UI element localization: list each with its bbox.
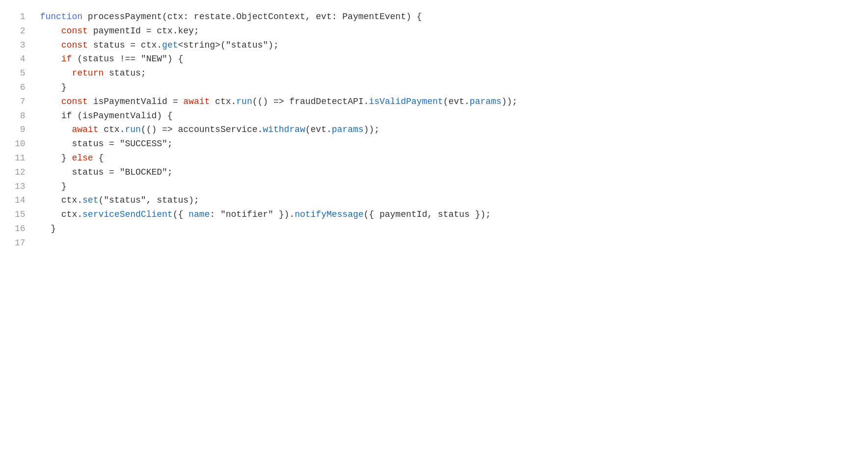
plain-token: if (isPaymentValid) { [40,111,173,121]
line-number: 16 [15,222,26,236]
plain-token: ctx. [40,195,82,205]
code-line: } else { [40,151,868,165]
keyword-red-token: return [40,68,109,78]
plain-token: paymentId = ctx.key; [93,26,199,36]
code-line: } [40,80,868,95]
plain-token: )); [501,97,517,106]
plain-token: (evt. [305,125,332,134]
line-number: 14 [15,193,26,208]
line-number: 13 [15,180,26,194]
plain-token: ("status", status); [98,195,199,205]
line-number: 4 [15,52,26,66]
plain-token: processPayment(ctx: restate.ObjectContex… [88,12,422,22]
plain-token: { [98,153,104,163]
plain-token: (status !== "NEW") { [77,54,183,64]
code-line: } [40,180,868,194]
code-line: if (isPaymentValid) { [40,109,868,123]
keyword-red-token: await [40,125,104,134]
code-line: const isPaymentValid = await ctx.run(() … [40,95,868,109]
method-token: params [470,97,502,106]
plain-token: status; [109,68,146,78]
method-token: notifyMessage [295,210,363,219]
method-token: run [125,125,140,134]
code-line: await ctx.run(() => accountsService.with… [40,123,868,137]
plain-token: status = ctx. [93,40,162,50]
plain-token: (() => fraudDetectAPI. [252,97,369,106]
code-line: status = "BLOCKED"; [40,165,868,180]
plain-token: } [40,182,67,191]
line-numbers: 1234567891011121314151617 [0,10,35,462]
keyword-red-token: const [40,97,93,106]
method-token: set [82,195,98,205]
keyword-red-token: if [40,54,78,64]
code-line: function processPayment(ctx: restate.Obj… [40,10,868,24]
plain-token: status = "SUCCESS"; [40,139,173,149]
line-number: 15 [15,208,26,222]
line-number: 6 [15,80,26,95]
plain-token: <string>("status"); [178,40,278,50]
plain-token: ctx. [215,97,236,106]
method-token: serviceSendClient [82,210,173,219]
method-token: get [162,40,178,50]
keyword-token: function [40,12,88,22]
plain-token: (evt. [443,97,470,106]
plain-token: ({ paymentId, status }); [364,210,491,219]
code-line: const status = ctx.get<string>("status")… [40,38,868,52]
keyword-red-token: const [40,26,93,36]
line-number: 12 [15,165,26,180]
plain-token: )); [364,125,380,134]
line-number: 11 [15,151,26,165]
code-line: ctx.serviceSendClient({ name: "notifier"… [40,208,868,222]
plain-token: } [40,224,56,234]
keyword-red-token: await [183,97,215,106]
line-number: 8 [15,109,26,123]
line-number: 17 [15,236,26,250]
line-number: 2 [15,24,26,38]
code-line: return status; [40,66,868,80]
plain-token: ({ [173,210,189,219]
method-token: run [236,97,252,106]
keyword-red-token: else [72,153,98,163]
plain-token: ctx. [104,125,125,134]
plain-token: : "notifier" }). [210,210,295,219]
method-token: name [189,210,210,219]
line-number: 9 [15,123,26,137]
plain-token: status = "BLOCKED"; [40,167,173,177]
plain-token: (() => accountsService. [141,125,263,134]
plain-token: } [40,153,72,163]
code-line: ctx.set("status", status); [40,193,868,208]
line-number: 5 [15,66,26,80]
plain-token: } [40,82,67,92]
method-token: withdraw [263,125,305,134]
method-token: isValidPayment [369,97,443,106]
keyword-red-token: const [40,40,93,50]
method-token: params [332,125,364,134]
line-number: 10 [15,137,26,151]
plain-token: ctx. [40,210,82,219]
code-editor: 1234567891011121314151617 function proce… [0,0,868,472]
code-line: if (status !== "NEW") { [40,52,868,66]
code-content: function processPayment(ctx: restate.Obj… [35,10,868,462]
line-number: 1 [15,10,26,24]
line-number: 3 [15,38,26,52]
code-line: status = "SUCCESS"; [40,137,868,151]
code-line: const paymentId = ctx.key; [40,24,868,38]
code-line: } [40,222,868,236]
line-number: 7 [15,95,26,109]
plain-token: isPaymentValid = [93,97,184,106]
